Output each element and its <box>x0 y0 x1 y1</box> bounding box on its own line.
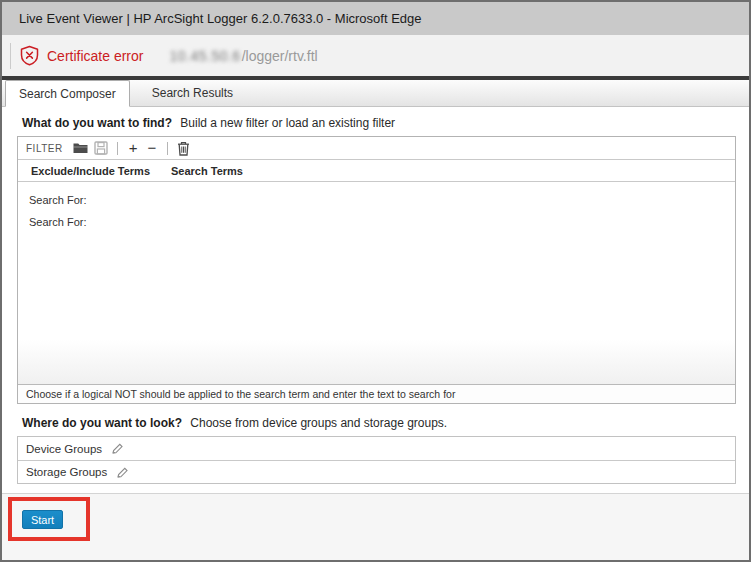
tab-bar: Search Composer Search Results <box>2 80 749 107</box>
find-question: What do you want to find? <box>22 116 172 130</box>
filter-toolbar: FILTER + − <box>18 137 735 159</box>
browser-window: Live Event Viewer | HP ArcSight Logger 6… <box>0 0 751 562</box>
tab-search-composer[interactable]: Search Composer <box>5 80 130 107</box>
remove-term-button[interactable]: − <box>145 141 158 155</box>
url-path: /logger/rtv.ftl <box>242 48 318 64</box>
spacer <box>2 484 749 493</box>
save-icon <box>94 141 108 155</box>
groups-panel: Device Groups Storage Groups <box>17 436 736 484</box>
edit-pencil-icon[interactable] <box>111 442 124 455</box>
storage-groups-row[interactable]: Storage Groups <box>18 460 735 483</box>
look-subtitle: Choose from device groups and storage gr… <box>190 416 447 430</box>
search-composer-page: What do you want to find? Build a new fi… <box>2 107 749 560</box>
address-bar: Certificate error 10.45.50.6 /logger/rtv… <box>2 35 749 76</box>
folder-open-icon <box>73 142 88 154</box>
find-subtitle: Build a new filter or load an existing f… <box>180 116 395 130</box>
save-filter-button[interactable] <box>94 141 108 155</box>
delete-filter-button[interactable] <box>177 141 190 156</box>
toolbar-separator <box>117 142 118 155</box>
filter-table-header: Exclude/Include Terms Search Terms <box>18 159 735 182</box>
start-button[interactable]: Start <box>22 510 63 529</box>
device-groups-label: Device Groups <box>26 443 102 455</box>
edit-pencil-icon[interactable] <box>116 466 129 479</box>
add-term-button[interactable]: + <box>127 141 140 155</box>
window-title: Live Event Viewer | HP ArcSight Logger 6… <box>2 2 749 35</box>
look-question: Where do you want to look? <box>22 416 182 430</box>
filter-rows: Search For: Search For: <box>18 182 735 384</box>
toolbar-separator <box>167 142 168 155</box>
address-bar-divider <box>10 43 11 69</box>
column-header-search-terms: Search Terms <box>158 165 243 177</box>
search-term-row[interactable]: Search For: <box>18 189 735 211</box>
device-groups-row[interactable]: Device Groups <box>18 437 735 460</box>
look-section-heading: Where do you want to look? Choose from d… <box>22 416 729 430</box>
filter-panel: FILTER + − <box>17 136 736 404</box>
column-header-exclude-include: Exclude/Include Terms <box>18 165 158 177</box>
filter-hint-bar: Choose if a logical NOT should be applie… <box>18 384 735 403</box>
footer-bar: Start <box>2 493 749 560</box>
tab-search-results[interactable]: Search Results <box>130 80 255 106</box>
certificate-error-label: Certificate error <box>47 48 143 64</box>
find-section-heading: What do you want to find? Build a new fi… <box>22 116 729 130</box>
page-url: 10.45.50.6 /logger/rtv.ftl <box>169 48 317 64</box>
certificate-error-button[interactable]: Certificate error <box>20 45 143 66</box>
load-filter-button[interactable] <box>73 142 88 154</box>
trash-icon <box>177 141 190 156</box>
filter-toolbar-label: FILTER <box>26 143 63 154</box>
search-term-row[interactable]: Search For: <box>18 211 735 233</box>
storage-groups-label: Storage Groups <box>26 466 107 478</box>
url-host-redacted: 10.45.50.6 <box>169 48 240 64</box>
shield-error-icon <box>20 45 39 66</box>
